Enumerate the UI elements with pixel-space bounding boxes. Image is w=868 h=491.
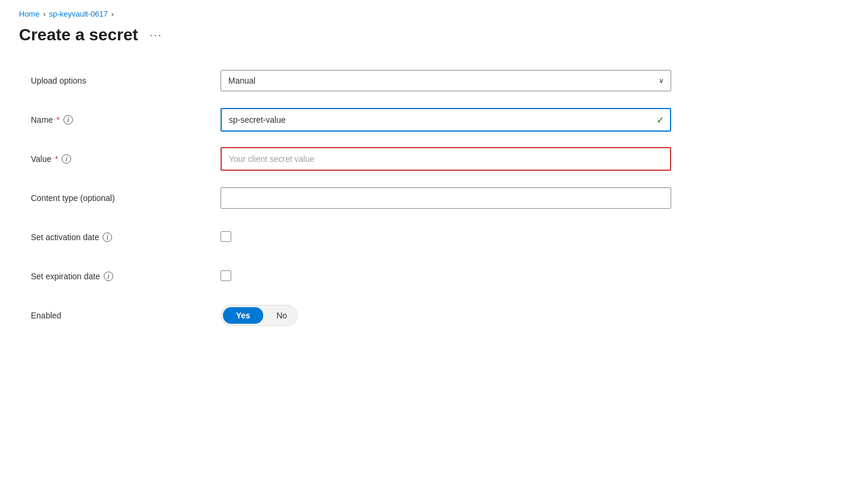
checkmark-icon: ✓ [656, 114, 664, 126]
create-secret-form: Upload options Manual ∨ Name * i [19, 68, 671, 328]
upload-options-label: Upload options [31, 76, 221, 85]
upload-options-row: Upload options Manual ∨ [31, 68, 671, 93]
value-input-wrapper [221, 147, 671, 171]
name-label: Name * i [31, 115, 221, 125]
breadcrumb-sep-1: › [43, 10, 46, 18]
name-input[interactable] [222, 109, 670, 130]
page-header: Create a secret ··· [19, 25, 849, 44]
upload-options-select-wrapper: Manual ∨ [221, 70, 671, 91]
expiration-info-icon[interactable]: i [104, 272, 113, 281]
enabled-label: Enabled [31, 311, 221, 320]
content-type-input[interactable] [221, 187, 671, 209]
name-row: Name * i ✓ [31, 107, 671, 132]
enabled-row: Enabled Yes No [31, 303, 671, 328]
value-input[interactable] [222, 148, 670, 170]
expiration-date-row: Set expiration date i [31, 264, 671, 289]
content-type-row: Content type (optional) [31, 186, 671, 211]
toggle-no-button[interactable]: No [263, 307, 300, 324]
value-row: Value * i [31, 146, 671, 171]
value-info-icon[interactable]: i [62, 154, 71, 164]
name-input-wrapper: ✓ [221, 108, 671, 132]
breadcrumb-sep-2: › [111, 10, 114, 18]
enabled-toggle: Yes No [221, 305, 298, 326]
content-type-control [221, 187, 671, 209]
value-required-star: * [55, 154, 58, 164]
content-type-label: Content type (optional) [31, 193, 221, 203]
name-info-icon[interactable]: i [63, 115, 73, 125]
name-required-star: * [56, 115, 59, 125]
value-label: Value * i [31, 154, 221, 164]
activation-date-row: Set activation date i [31, 225, 671, 250]
activation-date-control [221, 231, 671, 244]
activation-info-icon[interactable]: i [103, 232, 112, 242]
breadcrumb-home[interactable]: Home [19, 9, 40, 18]
expiration-date-control [221, 270, 671, 283]
upload-options-control: Manual ∨ [221, 70, 671, 91]
activation-date-checkbox[interactable] [221, 231, 231, 242]
page-title: Create a secret [19, 25, 138, 44]
expiration-date-checkbox[interactable] [221, 270, 231, 281]
breadcrumb: Home › sp-keyvault-0617 › [19, 9, 849, 18]
breadcrumb-keyvault[interactable]: sp-keyvault-0617 [49, 9, 108, 18]
upload-options-select[interactable]: Manual [221, 70, 671, 91]
name-control: ✓ [221, 108, 671, 132]
toggle-yes-button[interactable]: Yes [223, 307, 263, 324]
more-options-button[interactable]: ··· [145, 27, 167, 44]
expiration-date-label: Set expiration date i [31, 272, 221, 281]
value-control [221, 147, 671, 171]
activation-date-label: Set activation date i [31, 232, 221, 242]
enabled-control: Yes No [221, 305, 671, 326]
